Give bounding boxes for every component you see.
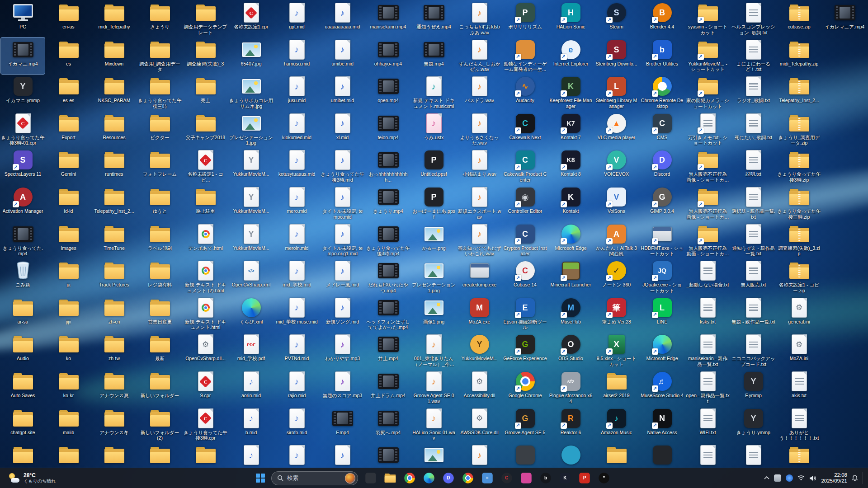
desktop-icon[interactable]: ⚙general.ini <box>777 296 821 332</box>
desktop-icon[interactable]: ニコニコバックアップコード.txt <box>731 332 775 369</box>
desktop-icon[interactable]: ↗無人販売不正行為 画像 - ショートカット <box>686 185 730 221</box>
desktop-icon[interactable]: Gemini <box>47 148 90 184</box>
desktop-icon[interactable]: createdump.exe <box>458 258 501 295</box>
tray-app-icon[interactable] <box>786 474 793 482</box>
desktop-icon[interactable]: 調査練習(失敗)_3.zip <box>777 222 821 258</box>
desktop-icon[interactable]: zh-tw <box>92 332 136 369</box>
desktop-icon[interactable]: ♪無題のスコア.mp3 <box>321 369 364 406</box>
desktop-icon[interactable]: アナウンス冬 <box>92 406 136 443</box>
desktop-icon[interactable]: 調査用データテンプレート <box>184 0 227 37</box>
desktop-icon[interactable]: YYukkuriMovieM... <box>229 148 273 184</box>
desktop-icon[interactable]: 65407.jpg <box>229 38 273 74</box>
desktop-icon[interactable]: D↗Discord <box>640 148 684 184</box>
desktop-icon[interactable]: ✓↗ノートン 360 <box>594 258 638 295</box>
desktop-icon[interactable]: manisekarin - 親作品一覧.txt <box>686 332 730 369</box>
desktop-icon[interactable]: ↗Chrome Remote Desktop <box>640 74 684 111</box>
notification-bell[interactable] <box>852 475 858 481</box>
desktop-icon[interactable]: L↗Steinberg Library Manager <box>594 74 638 111</box>
desktop-icon[interactable]: ◉↗Controller Editor <box>503 185 547 221</box>
desktop-icon[interactable]: PDFmid_学校.pdf <box>229 332 273 369</box>
desktop-icon[interactable]: 路上駐車 <box>184 185 227 221</box>
desktop-icon[interactable]: ヘッドフォンはずしててよかった.mp4 <box>366 296 410 332</box>
desktop-icon[interactable]: ♪mid_学校 muse.mid <box>275 296 319 332</box>
desktop-icon[interactable]: YF.ymmp <box>731 369 775 406</box>
desktop-icon[interactable]: きょうり食ってた午後三時 <box>138 74 182 111</box>
desktop-icon[interactable]: V↗VOICEVOX <box>594 148 638 184</box>
desktop-icon[interactable]: ♪meroin.mid <box>275 222 319 258</box>
desktop-icon[interactable]: zh-cn <box>92 296 136 332</box>
desktop-icon[interactable]: イカマニ.mp4 <box>1 38 45 74</box>
taskbar-pinned-dark-app[interactable] <box>362 469 380 487</box>
desktop-icon[interactable]: ♪HALion Sonic 01.wav <box>412 406 456 443</box>
desktop-icon[interactable]: ⚙OpenCvSharp.dll... <box>184 332 227 369</box>
desktop-icon[interactable]: chatgpt-site <box>1 406 45 443</box>
desktop-icon[interactable]: おっhhhhhhhhhhhh... <box>366 148 410 184</box>
desktop-icon[interactable]: Track Pictures <box>92 258 136 295</box>
desktop-icon[interactable]: 調査練習(失敗)_3 <box>184 38 227 74</box>
desktop-icon[interactable]: 通知うぜえ - 親作品一覧.txt <box>731 222 775 258</box>
desktop-icon[interactable]: ♪b.mid <box>229 406 273 443</box>
desktop-icon[interactable]: M↗MuseHub <box>549 296 593 332</box>
desktop-icon[interactable]: ko <box>47 332 90 369</box>
desktop-icon[interactable]: ♪新規ソング.mid <box>321 296 364 332</box>
desktop-icon[interactable]: ♪umibe.mid <box>321 38 364 74</box>
desktop-icon[interactable]: K7↗Kontakt 7 <box>549 111 593 148</box>
desktop-icon[interactable]: Yイカマニ.ymmp <box>1 74 45 111</box>
desktop-icon[interactable]: 死にたい_歌詞.txt <box>731 111 775 148</box>
desktop-icon[interactable]: ♪↗Amazon Music <box>594 406 638 443</box>
desktop-icon[interactable]: ♪答え知っててもむずいわこれ.wav <box>458 222 501 258</box>
desktop-icon[interactable]: Cきょうり食ってた午後3時-01.cpr <box>1 111 45 148</box>
desktop-icon[interactable]: S↗Steinberg Downlo... <box>594 38 638 74</box>
desktop-icon[interactable]: Audio <box>1 332 45 369</box>
desktop-icon[interactable]: きょうり.mp4 <box>366 185 410 221</box>
desktop-icon[interactable]: NKSC_PARAM <box>92 74 136 111</box>
desktop-icon[interactable]: teion.mp4 <box>366 111 410 148</box>
desktop-icon[interactable]: ♪新規 テキスト ドキュメント.musicxml <box>412 74 456 111</box>
desktop-icon[interactable]: malib <box>47 406 90 443</box>
desktop-icon[interactable]: ♪新規エクスポート.wav <box>458 185 501 221</box>
desktop-icon[interactable]: 選択肢 - 親作品一覧.txt <box>731 185 775 221</box>
desktop-icon[interactable]: JQ↗JQuake.exe - ショートカット <box>640 258 684 295</box>
taskbar-chatgpt[interactable]: * <box>595 469 613 487</box>
taskbar-file-explorer[interactable] <box>381 469 399 487</box>
desktop-icon[interactable]: ohhayo-.mp4 <box>366 38 410 74</box>
desktop-icon[interactable]: C9.cpr <box>184 369 227 406</box>
desktop-icon[interactable]: ♪aorin.mid <box>229 369 273 406</box>
search-box[interactable]: 検索 <box>271 471 358 485</box>
desktop-icon[interactable]: Resources <box>92 111 136 148</box>
desktop-icon[interactable]: ♪mero.mid <box>275 185 319 221</box>
desktop-icon[interactable]: ♪わかりやす.mp3 <box>321 332 364 369</box>
desktop-icon[interactable]: es-es <box>47 74 90 111</box>
desktop-icon[interactable]: ↗万引きメモ.txt - ショートカット <box>686 111 730 148</box>
desktop-icon[interactable]: akis.txt <box>777 369 821 406</box>
desktop-icon[interactable]: H↗HALion Sonic <box>549 0 593 37</box>
desktop-icon[interactable]: sfz↗Plogue sforzando x64 <box>549 369 593 406</box>
desktop-icon[interactable]: Telepathy_Inst_2... <box>777 74 821 111</box>
desktop-icon[interactable]: ♪きょうり食ってた午後3時.mid <box>321 148 364 184</box>
desktop-icon[interactable]: ♪ずんだもん_しおかぜふ.wav <box>458 38 501 74</box>
desktop-icon[interactable]: ♪sirofo.mid <box>275 406 319 443</box>
desktop-icon[interactable]: 新しいフォルダー <box>138 369 182 406</box>
desktop-icon[interactable]: ♪よりうるさくなった.wav <box>458 111 501 148</box>
desktop-icon[interactable]: Export <box>47 111 90 148</box>
taskbar-red-p-app[interactable]: P <box>576 469 594 487</box>
desktop-icon[interactable]: 井上.mp4 <box>366 332 410 369</box>
desktop-icon[interactable]: ゆうと <box>138 185 182 221</box>
desktop-icon[interactable]: jijii <box>47 296 90 332</box>
taskbar-chrome-profile[interactable] <box>459 469 477 487</box>
desktop-icon[interactable]: es <box>47 38 90 74</box>
taskbar-notepad[interactable]: ≡ <box>478 469 496 487</box>
desktop-icon[interactable]: ♪メドレー風.mid <box>321 258 364 295</box>
desktop-icon[interactable]: 名称未設定1 - コピー.zip <box>777 258 821 295</box>
desktop-icon[interactable]: Pおーぼーまにあ.ppsf <box>412 185 456 221</box>
desktop-icon[interactable]: ♪kotusytuaaus.mid <box>275 148 319 184</box>
desktop-icon[interactable]: ↗Google Chrome <box>503 369 547 406</box>
desktop-icon[interactable]: 羽尻へ.mp4 <box>366 406 410 443</box>
desktop-icon[interactable]: G↗GIMP 3.0.4 <box>640 185 684 221</box>
desktop-icon[interactable]: きょうり食ってた午後3時.mp4 <box>366 222 410 258</box>
desktop-icon[interactable]: airset2-2019 <box>594 369 638 406</box>
taskbar-kontakt[interactable]: K <box>556 469 574 487</box>
wifi-icon[interactable] <box>797 475 805 481</box>
desktop-icon[interactable]: A↗Activation Manager <box>1 185 45 221</box>
desktop-icon[interactable]: WIFI.txt <box>686 406 730 443</box>
